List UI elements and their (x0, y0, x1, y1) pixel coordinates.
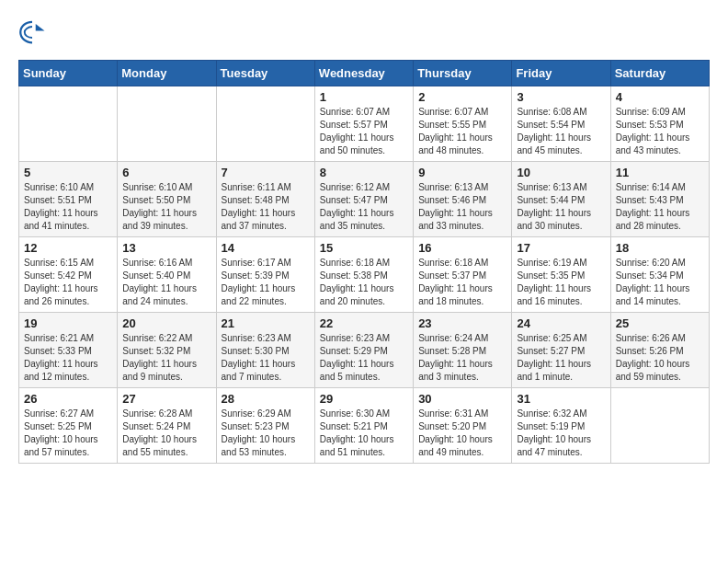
day-info: Sunrise: 6:23 AM Sunset: 5:29 PM Dayligh… (320, 332, 408, 384)
calendar-header: SundayMondayTuesdayWednesdayThursdayFrid… (19, 61, 710, 86)
day-info: Sunrise: 6:16 AM Sunset: 5:40 PM Dayligh… (122, 257, 210, 308)
day-info: Sunrise: 6:23 AM Sunset: 5:30 PM Dayligh… (222, 332, 310, 384)
day-number: 15 (320, 241, 408, 255)
day-number: 14 (222, 241, 310, 255)
day-info: Sunrise: 6:11 AM Sunset: 5:48 PM Dayligh… (222, 181, 310, 233)
day-info: Sunrise: 6:21 AM Sunset: 5:33 PM Dayligh… (24, 332, 112, 384)
day-info: Sunrise: 6:08 AM Sunset: 5:54 PM Dayligh… (517, 106, 605, 157)
calendar-cell: 24Sunrise: 6:25 AM Sunset: 5:27 PM Dayli… (512, 313, 610, 388)
calendar-cell: 5Sunrise: 6:10 AM Sunset: 5:51 PM Daylig… (19, 162, 118, 237)
day-number: 9 (418, 166, 506, 179)
calendar-cell: 30Sunrise: 6:31 AM Sunset: 5:20 PM Dayli… (414, 388, 512, 464)
calendar-cell: 3Sunrise: 6:08 AM Sunset: 5:54 PM Daylig… (512, 86, 610, 162)
day-number: 13 (122, 241, 210, 255)
day-number: 10 (517, 166, 605, 179)
day-number: 28 (222, 392, 310, 406)
day-number: 20 (122, 316, 210, 330)
weekday-row: SundayMondayTuesdayWednesdayThursdayFrid… (19, 61, 710, 86)
weekday-header: Monday (118, 61, 216, 86)
day-number: 19 (24, 316, 112, 330)
day-number: 3 (517, 90, 605, 104)
day-info: Sunrise: 6:17 AM Sunset: 5:39 PM Dayligh… (222, 257, 310, 308)
calendar-cell: 8Sunrise: 6:12 AM Sunset: 5:47 PM Daylig… (314, 162, 413, 237)
weekday-header: Saturday (610, 61, 709, 86)
calendar-cell: 25Sunrise: 6:26 AM Sunset: 5:26 PM Dayli… (610, 313, 709, 388)
calendar: SundayMondayTuesdayWednesdayThursdayFrid… (18, 60, 710, 464)
logo-icon (18, 18, 46, 46)
day-number: 21 (222, 316, 310, 330)
calendar-cell: 22Sunrise: 6:23 AM Sunset: 5:29 PM Dayli… (314, 313, 413, 388)
day-info: Sunrise: 6:27 AM Sunset: 5:25 PM Dayligh… (24, 408, 112, 459)
calendar-cell: 17Sunrise: 6:19 AM Sunset: 5:35 PM Dayli… (512, 237, 610, 313)
day-number: 29 (320, 392, 408, 406)
calendar-cell: 26Sunrise: 6:27 AM Sunset: 5:25 PM Dayli… (19, 388, 118, 464)
day-info: Sunrise: 6:18 AM Sunset: 5:37 PM Dayligh… (418, 257, 506, 308)
day-number: 18 (616, 241, 704, 255)
calendar-cell: 2Sunrise: 6:07 AM Sunset: 5:55 PM Daylig… (414, 86, 512, 162)
day-info: Sunrise: 6:25 AM Sunset: 5:27 PM Dayligh… (517, 332, 605, 384)
calendar-cell: 23Sunrise: 6:24 AM Sunset: 5:28 PM Dayli… (414, 313, 512, 388)
day-number: 24 (517, 316, 605, 330)
day-number: 12 (24, 241, 112, 255)
page-header (18, 18, 710, 46)
calendar-week: 19Sunrise: 6:21 AM Sunset: 5:33 PM Dayli… (19, 313, 710, 388)
calendar-cell: 18Sunrise: 6:20 AM Sunset: 5:34 PM Dayli… (610, 237, 709, 313)
calendar-cell: 27Sunrise: 6:28 AM Sunset: 5:24 PM Dayli… (118, 388, 216, 464)
weekday-header: Wednesday (314, 61, 413, 86)
day-number: 27 (122, 392, 210, 406)
calendar-cell: 11Sunrise: 6:14 AM Sunset: 5:43 PM Dayli… (610, 162, 709, 237)
day-number: 26 (24, 392, 112, 406)
day-info: Sunrise: 6:10 AM Sunset: 5:50 PM Dayligh… (122, 181, 210, 233)
calendar-cell: 15Sunrise: 6:18 AM Sunset: 5:38 PM Dayli… (314, 237, 413, 313)
day-info: Sunrise: 6:18 AM Sunset: 5:38 PM Dayligh… (320, 257, 408, 308)
calendar-cell: 12Sunrise: 6:15 AM Sunset: 5:42 PM Dayli… (19, 237, 118, 313)
day-info: Sunrise: 6:13 AM Sunset: 5:46 PM Dayligh… (418, 181, 506, 233)
calendar-cell (118, 86, 216, 162)
calendar-cell: 31Sunrise: 6:32 AM Sunset: 5:19 PM Dayli… (512, 388, 610, 464)
day-info: Sunrise: 6:26 AM Sunset: 5:26 PM Dayligh… (616, 332, 704, 384)
day-info: Sunrise: 6:28 AM Sunset: 5:24 PM Dayligh… (122, 408, 210, 459)
day-number: 4 (616, 90, 704, 104)
calendar-cell: 13Sunrise: 6:16 AM Sunset: 5:40 PM Dayli… (118, 237, 216, 313)
calendar-body: 1Sunrise: 6:07 AM Sunset: 5:57 PM Daylig… (19, 86, 710, 464)
day-info: Sunrise: 6:15 AM Sunset: 5:42 PM Dayligh… (24, 257, 112, 308)
day-info: Sunrise: 6:12 AM Sunset: 5:47 PM Dayligh… (320, 181, 408, 233)
day-info: Sunrise: 6:13 AM Sunset: 5:44 PM Dayligh… (517, 181, 605, 233)
day-number: 8 (320, 166, 408, 179)
day-number: 6 (122, 166, 210, 179)
day-info: Sunrise: 6:24 AM Sunset: 5:28 PM Dayligh… (418, 332, 506, 384)
calendar-cell: 20Sunrise: 6:22 AM Sunset: 5:32 PM Dayli… (118, 313, 216, 388)
day-info: Sunrise: 6:09 AM Sunset: 5:53 PM Dayligh… (616, 106, 704, 157)
weekday-header: Thursday (414, 61, 512, 86)
weekday-header: Friday (512, 61, 610, 86)
calendar-week: 5Sunrise: 6:10 AM Sunset: 5:51 PM Daylig… (19, 162, 710, 237)
calendar-cell: 28Sunrise: 6:29 AM Sunset: 5:23 PM Dayli… (216, 388, 314, 464)
calendar-week: 1Sunrise: 6:07 AM Sunset: 5:57 PM Daylig… (19, 86, 710, 162)
calendar-cell: 6Sunrise: 6:10 AM Sunset: 5:50 PM Daylig… (118, 162, 216, 237)
day-number: 17 (517, 241, 605, 255)
calendar-cell: 16Sunrise: 6:18 AM Sunset: 5:37 PM Dayli… (414, 237, 512, 313)
day-info: Sunrise: 6:20 AM Sunset: 5:34 PM Dayligh… (616, 257, 704, 308)
day-number: 25 (616, 316, 704, 330)
day-number: 7 (222, 166, 310, 179)
calendar-cell: 19Sunrise: 6:21 AM Sunset: 5:33 PM Dayli… (19, 313, 118, 388)
logo (18, 18, 50, 46)
calendar-cell: 4Sunrise: 6:09 AM Sunset: 5:53 PM Daylig… (610, 86, 709, 162)
day-info: Sunrise: 6:31 AM Sunset: 5:20 PM Dayligh… (418, 408, 506, 459)
calendar-cell (216, 86, 314, 162)
day-number: 1 (320, 90, 408, 104)
calendar-cell (610, 388, 709, 464)
day-number: 2 (418, 90, 506, 104)
calendar-cell: 9Sunrise: 6:13 AM Sunset: 5:46 PM Daylig… (414, 162, 512, 237)
calendar-week: 26Sunrise: 6:27 AM Sunset: 5:25 PM Dayli… (19, 388, 710, 464)
day-info: Sunrise: 6:14 AM Sunset: 5:43 PM Dayligh… (616, 181, 704, 233)
day-info: Sunrise: 6:07 AM Sunset: 5:57 PM Dayligh… (320, 106, 408, 157)
day-info: Sunrise: 6:10 AM Sunset: 5:51 PM Dayligh… (24, 181, 112, 233)
day-info: Sunrise: 6:30 AM Sunset: 5:21 PM Dayligh… (320, 408, 408, 459)
day-info: Sunrise: 6:32 AM Sunset: 5:19 PM Dayligh… (517, 408, 605, 459)
calendar-cell: 29Sunrise: 6:30 AM Sunset: 5:21 PM Dayli… (314, 388, 413, 464)
day-number: 31 (517, 392, 605, 406)
day-info: Sunrise: 6:29 AM Sunset: 5:23 PM Dayligh… (222, 408, 310, 459)
day-number: 16 (418, 241, 506, 255)
day-info: Sunrise: 6:19 AM Sunset: 5:35 PM Dayligh… (517, 257, 605, 308)
